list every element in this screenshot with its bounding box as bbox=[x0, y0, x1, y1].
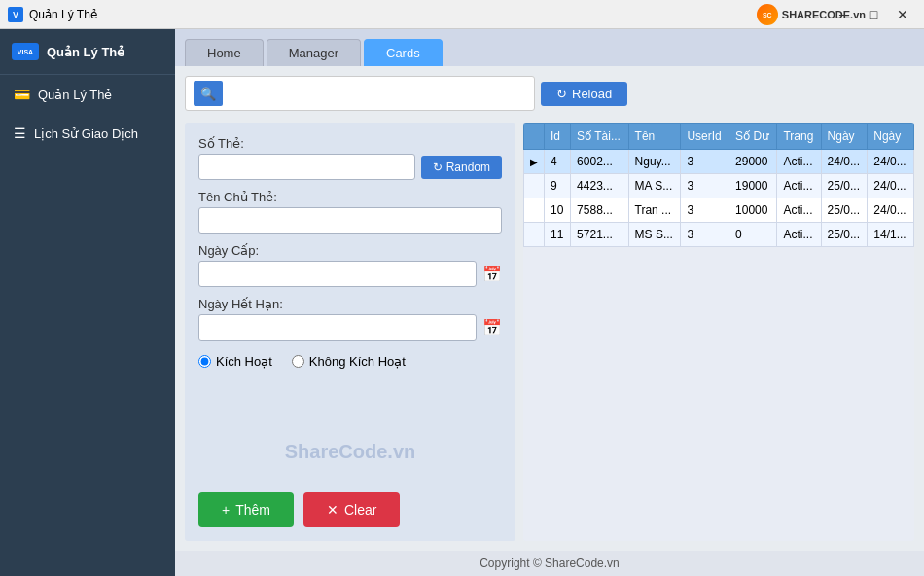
list-icon: ☰ bbox=[14, 126, 26, 141]
ngay-het-han-input[interactable]: 2022-04-24 13:39:00 bbox=[198, 314, 477, 341]
col-so-du: Số Dư bbox=[729, 124, 777, 150]
table-wrapper[interactable]: Id Số Tài... Tên UserId Số Dư Trang Ngày… bbox=[523, 123, 914, 541]
clear-text: Clear bbox=[344, 502, 376, 518]
sidebar-visa-text: VISA bbox=[18, 49, 33, 55]
ngay-het-han-calendar-button[interactable]: 📅 bbox=[482, 318, 502, 337]
cell-so-du: 19000 bbox=[729, 174, 777, 198]
cell-ngay1: 25/0... bbox=[821, 174, 868, 198]
cell-id: 10 bbox=[545, 198, 571, 223]
sidebar-item-lich-su[interactable]: ☰ Lịch Sử Giao Dịch bbox=[0, 114, 175, 153]
col-arrow bbox=[524, 124, 545, 150]
cell-ngay1: 24/0... bbox=[821, 150, 868, 174]
sidebar-item-quan-ly-the[interactable]: 💳 Quản Lý Thẻ bbox=[0, 75, 175, 114]
search-bar: 🔍 ↻ Reload bbox=[185, 76, 914, 111]
so-the-input[interactable] bbox=[198, 154, 415, 180]
ten-chu-the-label: Tên Chủ Thẻ: bbox=[198, 190, 502, 204]
reload-button[interactable]: ↻ Reload bbox=[541, 82, 627, 106]
form-watermark: ShareCode.vn bbox=[285, 441, 415, 463]
title-bar: V Quản Lý Thẻ SC SHARECODE.vn ─ □ ✕ bbox=[0, 0, 924, 29]
cell-so-du: 10000 bbox=[729, 198, 777, 223]
table-panel: Id Số Tài... Tên UserId Số Dư Trang Ngày… bbox=[523, 123, 914, 541]
sidebar-header: VISA Quản Lý Thẻ bbox=[0, 29, 175, 75]
ngay-cap-input-row: 2022-04-24 13:39:00 📅 bbox=[198, 261, 502, 287]
radio-row: Kích Hoạt Không Kích Hoạt bbox=[198, 354, 502, 369]
cell-userid: 3 bbox=[681, 198, 729, 223]
them-button[interactable]: + Thêm bbox=[198, 492, 294, 527]
sidebar-label-lich-su: Lịch Sử Giao Dịch bbox=[34, 126, 138, 141]
cell-trang: Acti... bbox=[777, 174, 821, 198]
table-row[interactable]: ▶ 4 6002... Nguy... 3 29000 Acti... 24/0… bbox=[524, 150, 914, 174]
cell-so-tai: 5721... bbox=[571, 223, 628, 247]
row-arrow bbox=[524, 198, 545, 223]
cell-userid: 3 bbox=[681, 174, 729, 198]
table-body: ▶ 4 6002... Nguy... 3 29000 Acti... 24/0… bbox=[524, 150, 914, 247]
ngay-cap-input[interactable]: 2022-04-24 13:39:00 bbox=[198, 261, 477, 287]
search-box: 🔍 bbox=[185, 76, 535, 111]
row-arrow bbox=[524, 174, 545, 198]
footer-text: Copyright © ShareCode.vn bbox=[480, 557, 620, 570]
radio-khong-kich-hoat[interactable]: Không Kích Hoạt bbox=[292, 354, 406, 369]
reload-icon: ↻ bbox=[556, 87, 567, 101]
cell-ngay2: 24/0... bbox=[868, 198, 914, 223]
col-ngay2: Ngày bbox=[868, 124, 914, 150]
search-button[interactable]: 🔍 bbox=[194, 81, 223, 106]
cell-ten: MS S... bbox=[628, 223, 681, 247]
radio-khong-kich-hoat-input[interactable] bbox=[292, 355, 304, 368]
cell-ten: MA S... bbox=[628, 174, 681, 198]
table-row[interactable]: 10 7588... Tran ... 3 10000 Acti... 25/0… bbox=[524, 198, 914, 223]
content-area: 🔍 ↻ Reload Số Thẻ: bbox=[175, 66, 924, 551]
cell-id: 11 bbox=[545, 223, 571, 247]
ten-chu-the-row: Tên Chủ Thẻ: bbox=[198, 190, 502, 234]
tab-home[interactable]: Home bbox=[185, 39, 264, 66]
ngay-cap-calendar-button[interactable]: 📅 bbox=[482, 265, 502, 283]
logo-text: SHARECODE.vn bbox=[782, 9, 866, 20]
cell-so-tai: 7588... bbox=[571, 198, 628, 223]
cell-so-tai: 6002... bbox=[571, 150, 628, 174]
top-nav: Home Manager Cards bbox=[175, 29, 924, 66]
col-ngay1: Ngày bbox=[821, 124, 868, 150]
ten-chu-the-input[interactable] bbox=[198, 207, 502, 234]
radio-kich-hoat[interactable]: Kích Hoạt bbox=[198, 354, 272, 369]
row-arrow: ▶ bbox=[524, 150, 545, 174]
table-head: Id Số Tài... Tên UserId Số Dư Trang Ngày… bbox=[524, 124, 914, 150]
table-header-row: Id Số Tài... Tên UserId Số Dư Trang Ngày… bbox=[524, 124, 914, 150]
reload-label: Reload bbox=[572, 87, 612, 101]
row-arrow bbox=[524, 223, 545, 247]
title-bar-left: V Quản Lý Thẻ bbox=[8, 7, 97, 22]
tab-cards[interactable]: Cards bbox=[364, 39, 443, 66]
clear-icon: ✕ bbox=[327, 502, 338, 518]
ngay-het-han-input-row: 2022-04-24 13:39:00 📅 bbox=[198, 314, 502, 341]
tab-manager[interactable]: Manager bbox=[267, 39, 361, 66]
random-icon: ↻ bbox=[433, 161, 443, 174]
cell-userid: 3 bbox=[681, 150, 729, 174]
so-the-label: Số Thẻ: bbox=[198, 136, 502, 151]
cell-trang: Acti... bbox=[777, 198, 821, 223]
them-icon: + bbox=[222, 502, 230, 518]
cell-ngay2: 24/0... bbox=[868, 150, 914, 174]
close-button[interactable]: ✕ bbox=[889, 4, 916, 25]
logo-icon: SC bbox=[757, 4, 778, 25]
random-button[interactable]: ↻ Random bbox=[421, 156, 502, 179]
right-area: Home Manager Cards 🔍 ↻ Reload bbox=[175, 29, 924, 576]
cell-id: 4 bbox=[545, 150, 571, 174]
table-row[interactable]: 9 4423... MA S... 3 19000 Acti... 25/0..… bbox=[524, 174, 914, 198]
cell-so-tai: 4423... bbox=[571, 174, 628, 198]
footer: Copyright © ShareCode.vn bbox=[175, 551, 924, 576]
action-buttons: + Thêm ✕ ✕ Clear Clear bbox=[198, 483, 502, 527]
ngay-het-han-row: Ngày Hết Hạn: 2022-04-24 13:39:00 📅 bbox=[198, 297, 502, 341]
app-icon: V bbox=[8, 7, 23, 22]
data-table: Id Số Tài... Tên UserId Số Dư Trang Ngày… bbox=[523, 123, 914, 247]
col-trang: Trang bbox=[777, 124, 821, 150]
cell-userid: 3 bbox=[681, 223, 729, 247]
radio-kich-hoat-input[interactable] bbox=[198, 355, 211, 368]
col-ten: Tên bbox=[628, 124, 681, 150]
cell-id: 9 bbox=[545, 174, 571, 198]
sidebar-header-icon: VISA bbox=[12, 43, 39, 60]
cell-ngay2: 24/0... bbox=[868, 174, 914, 198]
table-row[interactable]: 11 5721... MS S... 3 0 Acti... 25/0... 1… bbox=[524, 223, 914, 247]
radio-khong-kich-hoat-label: Không Kích Hoạt bbox=[309, 354, 406, 369]
search-input[interactable] bbox=[223, 82, 524, 106]
clear-button[interactable]: ✕ ✕ Clear Clear bbox=[303, 492, 400, 527]
ngay-cap-label: Ngày Cấp: bbox=[198, 243, 502, 258]
ngay-het-han-label: Ngày Hết Hạn: bbox=[198, 297, 502, 311]
